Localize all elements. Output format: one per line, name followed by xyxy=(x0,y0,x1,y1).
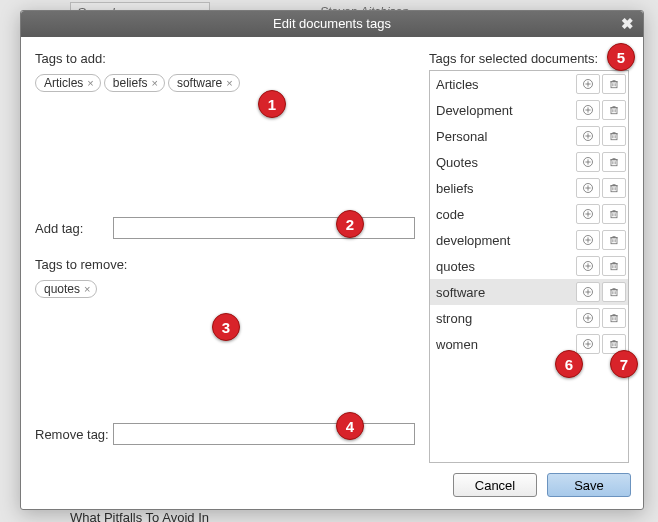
tag-row[interactable]: strong xyxy=(430,305,628,331)
cancel-button[interactable]: Cancel xyxy=(453,473,537,497)
annotation-callout: 1 xyxy=(258,90,286,118)
annotation-callout: 7 xyxy=(610,350,638,378)
tag-row-label: development xyxy=(430,233,576,248)
annotation-callout: 6 xyxy=(555,350,583,378)
remove-chip-icon[interactable]: × xyxy=(84,283,90,295)
tag-chip: beliefs× xyxy=(104,74,165,92)
annotation-callout: 3 xyxy=(212,313,240,341)
add-tag-icon[interactable] xyxy=(576,178,600,198)
right-column: Tags for selected documents: ArticlesDev… xyxy=(429,51,629,463)
remove-chip-icon[interactable]: × xyxy=(226,77,232,89)
tag-row-label: strong xyxy=(430,311,576,326)
svg-rect-83 xyxy=(611,342,617,348)
add-tag-icon[interactable] xyxy=(576,256,600,276)
add-tag-label: Add tag: xyxy=(35,221,113,236)
tags-to-remove-chips: quotes× xyxy=(35,278,415,300)
tag-row-label: quotes xyxy=(430,259,576,274)
svg-rect-67 xyxy=(611,290,617,296)
add-tag-icon[interactable] xyxy=(576,100,600,120)
dialog-title: Edit documents tags xyxy=(273,16,391,31)
add-tag-icon[interactable] xyxy=(576,308,600,328)
svg-rect-19 xyxy=(611,134,617,140)
add-tag-icon[interactable] xyxy=(576,230,600,250)
remove-chip-icon[interactable]: × xyxy=(151,77,157,89)
tag-row[interactable]: Quotes xyxy=(430,149,628,175)
tag-row-label: women xyxy=(430,337,576,352)
annotation-callout: 2 xyxy=(336,210,364,238)
left-column: Tags to add: Articles×beliefs×software× … xyxy=(35,51,429,463)
tag-list: ArticlesDevelopmentPersonalQuotesbeliefs… xyxy=(429,70,629,463)
dialog-body: Tags to add: Articles×beliefs×software× … xyxy=(21,37,643,509)
tag-row[interactable]: Personal xyxy=(430,123,628,149)
remove-chip-icon[interactable]: × xyxy=(87,77,93,89)
delete-tag-icon[interactable] xyxy=(602,74,626,94)
add-tag-icon[interactable] xyxy=(576,204,600,224)
add-tag-input[interactable] xyxy=(113,217,415,239)
tag-row[interactable]: software xyxy=(430,279,628,305)
delete-tag-icon[interactable] xyxy=(602,100,626,120)
tag-row-label: code xyxy=(430,207,576,222)
svg-rect-35 xyxy=(611,186,617,192)
tags-for-selected-label: Tags for selected documents: xyxy=(429,51,629,66)
svg-rect-3 xyxy=(611,82,617,88)
tag-row[interactable]: beliefs xyxy=(430,175,628,201)
delete-tag-icon[interactable] xyxy=(602,282,626,302)
svg-rect-43 xyxy=(611,212,617,218)
delete-tag-icon[interactable] xyxy=(602,178,626,198)
add-tag-icon[interactable] xyxy=(576,74,600,94)
dialog-footer: Cancel Save xyxy=(21,467,643,509)
tag-chip-label: beliefs xyxy=(113,76,148,90)
tag-row[interactable]: Development xyxy=(430,97,628,123)
tag-row-label: software xyxy=(430,285,576,300)
dialog-titlebar: Edit documents tags ✖ xyxy=(21,11,643,37)
tag-row-label: Articles xyxy=(430,77,576,92)
save-button[interactable]: Save xyxy=(547,473,631,497)
add-tag-icon[interactable] xyxy=(576,152,600,172)
tag-row[interactable]: Articles xyxy=(430,71,628,97)
annotation-callout: 4 xyxy=(336,412,364,440)
tag-row-label: Quotes xyxy=(430,155,576,170)
delete-tag-icon[interactable] xyxy=(602,152,626,172)
tag-row-label: beliefs xyxy=(430,181,576,196)
svg-rect-51 xyxy=(611,238,617,244)
close-icon[interactable]: ✖ xyxy=(617,11,637,37)
tag-chip: Articles× xyxy=(35,74,101,92)
remove-tag-label: Remove tag: xyxy=(35,427,113,442)
delete-tag-icon[interactable] xyxy=(602,204,626,224)
tag-row[interactable]: women xyxy=(430,331,628,357)
tag-row-label: Development xyxy=(430,103,576,118)
add-tag-icon[interactable] xyxy=(576,282,600,302)
add-tag-icon[interactable] xyxy=(576,334,600,354)
delete-tag-icon[interactable] xyxy=(602,256,626,276)
delete-tag-icon[interactable] xyxy=(602,230,626,250)
svg-rect-59 xyxy=(611,264,617,270)
add-tag-icon[interactable] xyxy=(576,126,600,146)
tag-row-label: Personal xyxy=(430,129,576,144)
svg-rect-27 xyxy=(611,160,617,166)
tag-chip-label: Articles xyxy=(44,76,83,90)
annotation-callout: 5 xyxy=(607,43,635,71)
tags-to-add-chips: Articles×beliefs×software× xyxy=(35,72,415,94)
tag-row[interactable]: development xyxy=(430,227,628,253)
tag-chip-label: quotes xyxy=(44,282,80,296)
delete-tag-icon[interactable] xyxy=(602,126,626,146)
edit-tags-dialog: Edit documents tags ✖ Tags to add: Artic… xyxy=(20,10,644,510)
tags-to-add-label: Tags to add: xyxy=(35,51,415,66)
tag-row[interactable]: quotes xyxy=(430,253,628,279)
tag-chip: software× xyxy=(168,74,240,92)
tags-to-remove-label: Tags to remove: xyxy=(35,257,415,272)
tag-chip: quotes× xyxy=(35,280,97,298)
tag-chip-label: software xyxy=(177,76,222,90)
svg-rect-11 xyxy=(611,108,617,114)
remove-tag-input[interactable] xyxy=(113,423,415,445)
tag-row[interactable]: code xyxy=(430,201,628,227)
delete-tag-icon[interactable] xyxy=(602,308,626,328)
svg-rect-75 xyxy=(611,316,617,322)
